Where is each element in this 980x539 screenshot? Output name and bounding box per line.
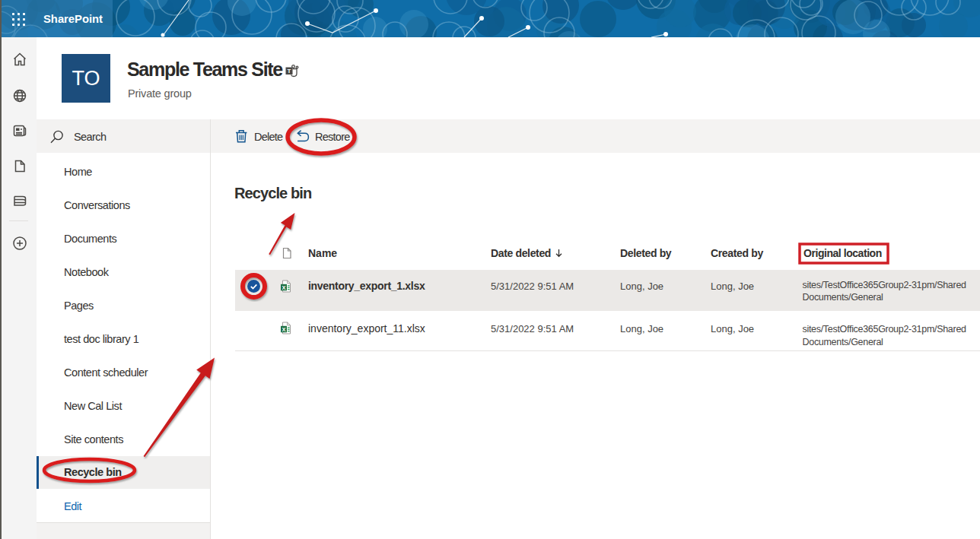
- svg-text:T: T: [288, 68, 291, 75]
- svg-text:SharePoint: SharePoint: [43, 12, 103, 25]
- svg-text:X: X: [282, 284, 285, 291]
- svg-text:X: X: [282, 326, 285, 333]
